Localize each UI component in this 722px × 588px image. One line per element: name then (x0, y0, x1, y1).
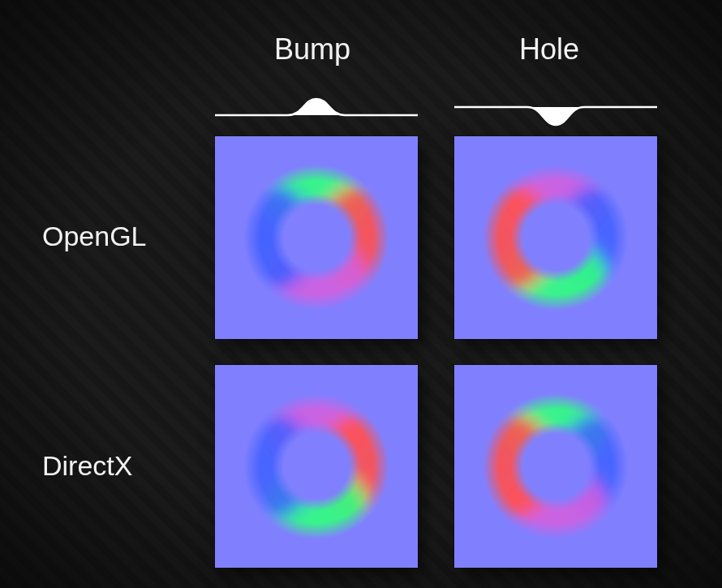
tile-opengl-hole (454, 136, 657, 339)
normal-map-comparison-diagram: Bump Hole OpenGL DirectX (0, 0, 722, 588)
row-header-opengl: OpenGL (42, 221, 147, 252)
column-header-hole: Hole (519, 32, 579, 67)
row-header-directx: DirectX (42, 450, 132, 482)
tile-directx-bump (215, 365, 418, 568)
column-header-bump: Bump (274, 32, 350, 67)
tile-directx-hole (454, 365, 657, 568)
bump-profile-icon (215, 92, 418, 131)
tile-opengl-bump (215, 136, 418, 339)
hole-profile-icon (454, 92, 657, 131)
